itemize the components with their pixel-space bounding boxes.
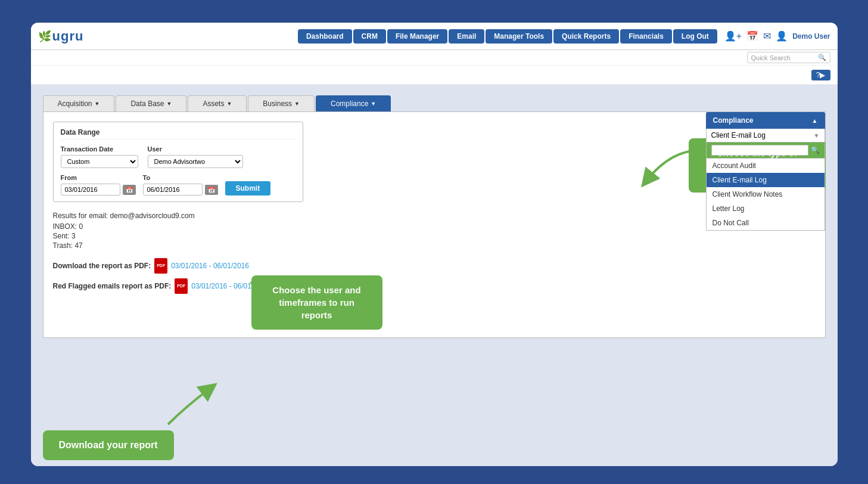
results-section: Results for email: demo@advisorcloud9.co… <box>53 212 816 250</box>
callout-user: Choose the user and timeframes to run re… <box>251 275 382 330</box>
outer-frame: 🌿 ugru Dashboard CRM File Manager Email … <box>20 12 848 477</box>
compliance-selected-value[interactable]: Client E-mail Log ▼ <box>706 129 825 142</box>
transaction-date-select[interactable]: Custom <box>61 155 138 168</box>
mail-icon[interactable]: ✉ <box>763 30 771 42</box>
user-label: Demo User <box>792 32 830 41</box>
data-range-title: Data Range <box>61 128 295 139</box>
tab-acquisition[interactable]: Acquisition ▼ <box>43 95 115 111</box>
search-icon[interactable]: 🔍 <box>818 54 826 61</box>
to-label: To <box>143 174 218 181</box>
data-range-box: Data Range Transaction Date Custom User … <box>53 122 303 202</box>
compliance-search-row: 🔍 <box>706 142 825 159</box>
from-date-group: From 📅 <box>61 174 136 196</box>
nav-bar: 🌿 ugru Dashboard CRM File Manager Email … <box>31 23 838 50</box>
download-link-1[interactable]: 03/01/2016 - 06/01/2016 <box>171 262 249 270</box>
tab-arrow-assets: ▼ <box>226 101 232 107</box>
content-box: Compliance ▲ Client E-mail Log ▼ 🔍 Accou… <box>43 111 826 338</box>
logo-icon: 🌿 <box>38 30 51 43</box>
nav-menu: Dashboard CRM File Manager Email Manager… <box>298 29 717 44</box>
download-label-1: Download the report as PDF: <box>53 262 151 270</box>
callout-download: Download your report <box>43 430 174 460</box>
nav-dashboard[interactable]: Dashboard <box>298 29 352 44</box>
nav-crm[interactable]: CRM <box>353 29 386 44</box>
pdf-icon-2[interactable]: PDF <box>175 278 188 294</box>
data-range-top-row: Transaction Date Custom User Demo Adviso… <box>61 145 295 168</box>
tab-database[interactable]: Data Base ▼ <box>116 95 186 111</box>
results-trash: Trash: 47 <box>53 241 816 250</box>
nav-file-manager[interactable]: File Manager <box>387 29 447 44</box>
transaction-date-label: Transaction Date <box>61 145 138 153</box>
arrow-download <box>162 383 222 430</box>
from-date-input-group: 📅 <box>61 184 136 196</box>
search-row: Quick Search 🔍 <box>31 50 838 66</box>
calendar-icon[interactable]: 📅 <box>746 30 758 42</box>
dropdown-item-client-workflow-notes[interactable]: Client Workflow Notes <box>707 187 825 201</box>
to-date-input[interactable] <box>143 184 203 196</box>
from-date-input[interactable] <box>61 184 120 196</box>
dropdown-item-account-audit[interactable]: Account Audit <box>707 159 825 173</box>
help-button[interactable]: ?▶ <box>811 70 830 80</box>
tab-bar: Acquisition ▼ Data Base ▼ Assets ▼ Busin… <box>43 95 826 111</box>
to-calendar-btn[interactable]: 📅 <box>205 185 218 195</box>
dropdown-item-client-email-log[interactable]: Client E-mail Log <box>707 173 825 187</box>
compliance-dropdown-container: Compliance ▲ Client E-mail Log ▼ 🔍 Accou… <box>706 112 825 231</box>
download-row-1: Download the report as PDF: PDF 03/01/20… <box>53 258 816 274</box>
nav-logout[interactable]: Log Out <box>673 29 717 44</box>
main-content: Acquisition ▼ Data Base ▼ Assets ▼ Busin… <box>31 85 838 466</box>
tab-compliance[interactable]: Compliance ▼ <box>316 95 391 111</box>
from-calendar-btn[interactable]: 📅 <box>123 185 136 195</box>
submit-button[interactable]: Submit <box>225 181 271 196</box>
download-row-2: Red Flagged emails report as PDF: PDF 03… <box>53 278 816 294</box>
compliance-scroll-icon: ▲ <box>812 117 818 124</box>
from-label: From <box>61 174 136 181</box>
download-label-2: Red Flagged emails report as PDF: <box>53 282 172 290</box>
tab-arrow-database: ▼ <box>167 101 172 107</box>
transaction-date-group: Transaction Date Custom <box>61 145 138 168</box>
results-sent: Sent: 3 <box>53 232 816 240</box>
user-group: User Demo Advisortwo <box>148 145 243 168</box>
tab-arrow-acquisition: ▼ <box>95 101 100 107</box>
compliance-dropdown-list: Account Audit Client E-mail Log Client W… <box>706 159 825 231</box>
date-row: From 📅 To 📅 <box>61 174 295 196</box>
nav-financials[interactable]: Financials <box>620 29 672 44</box>
nav-right: 👤+ 📅 ✉ 👤 Demo User <box>724 30 830 42</box>
add-user-icon[interactable]: 👤+ <box>724 30 742 42</box>
to-date-group: To 📅 <box>143 174 218 196</box>
nav-email[interactable]: Email <box>449 29 484 44</box>
dropdown-item-do-not-call[interactable]: Do Not Call <box>707 216 825 230</box>
pdf-icon-1[interactable]: PDF <box>154 258 167 274</box>
nav-manager-tools[interactable]: Manager Tools <box>486 29 552 44</box>
tab-arrow-compliance: ▼ <box>371 101 376 107</box>
download-section: Download the report as PDF: PDF 03/01/20… <box>53 258 816 294</box>
compliance-dropdown-header: Compliance ▲ <box>706 112 825 129</box>
compliance-search-input[interactable] <box>711 145 808 156</box>
results-email: Results for email: demo@advisorcloud9.co… <box>53 212 816 220</box>
search-placeholder-text: Quick Search <box>751 54 818 61</box>
user-select[interactable]: Demo Advisortwo <box>148 155 243 168</box>
nav-quick-reports[interactable]: Quick Reports <box>553 29 619 44</box>
compliance-search-icon[interactable]: 🔍 <box>811 146 820 154</box>
logo: 🌿 ugru <box>38 29 84 44</box>
results-inbox: INBOX: 0 <box>53 222 816 231</box>
sub-nav: ?▶ <box>31 66 838 85</box>
compliance-scroll-down: ▼ <box>814 132 820 139</box>
tab-business[interactable]: Business ▼ <box>248 95 315 111</box>
inner-frame: 🌿 ugru Dashboard CRM File Manager Email … <box>31 23 838 466</box>
logo-text: ugru <box>52 29 84 44</box>
to-date-input-group: 📅 <box>143 184 218 196</box>
tab-arrow-business: ▼ <box>294 101 300 107</box>
tab-assets[interactable]: Assets ▼ <box>188 95 247 111</box>
user-label-field: User <box>148 145 243 153</box>
user-icon: 👤 <box>776 30 788 42</box>
search-bar[interactable]: Quick Search 🔍 <box>747 52 830 63</box>
dropdown-item-letter-log[interactable]: Letter Log <box>707 201 825 216</box>
arrow-compliance <box>635 144 707 192</box>
